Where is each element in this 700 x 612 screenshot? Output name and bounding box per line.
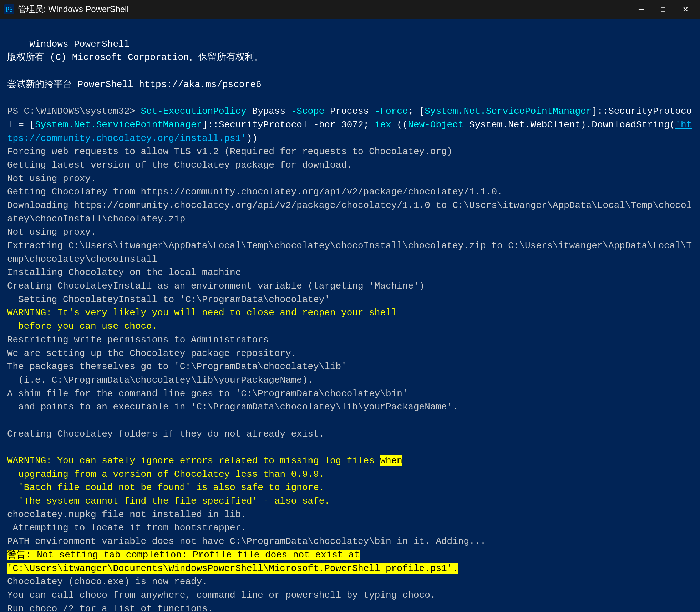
line-creating-folders: Creating Chocolatey folders if they do n… [7, 429, 324, 439]
line-warning4: upgrading from a version of Chocolatey l… [7, 469, 324, 480]
line-1: Windows PowerShell [29, 39, 130, 50]
line-run: Run choco /? for a list of functions. [7, 603, 213, 612]
maximize-button[interactable]: □ [653, 3, 674, 16]
line-prompt1: PS C:\WINDOWS\system32> [7, 106, 141, 117]
cmd-args2: Process [324, 106, 374, 117]
close-button[interactable]: ✕ [675, 3, 696, 16]
cmd-args3: ; [ [408, 106, 425, 117]
cmd-force: -Force [375, 106, 408, 117]
line-installing: Installing Chocolatey on the local machi… [7, 267, 241, 278]
cmd-set: Set-ExecutionPolicy [141, 106, 246, 117]
cmd-args5: ]::SecurityProtocol -bor 3072; [202, 119, 375, 130]
line-getting1: Getting latest version of the Chocolatey… [7, 160, 352, 170]
line-2: 版权所有 (C) Microsoft Corporation。保留所有权利。 [7, 52, 263, 63]
line-warning6: 'The system cannot find the file specifi… [7, 496, 330, 506]
svg-text:PS: PS [6, 6, 13, 13]
line-nupkg: chocolatey.nupkg file not installed in l… [7, 509, 247, 520]
cmd-spm2: System.Net.ServicePointManager [35, 119, 202, 130]
terminal-output[interactable]: Windows PowerShell 版权所有 (C) Microsoft Co… [0, 19, 700, 612]
line-warning5: 'Batch file could not be found' is also … [7, 482, 324, 493]
titlebar: PS 管理员: Windows PowerShell ─ □ ✕ [0, 0, 700, 19]
line-setting: Setting ChocolateyInstall to 'C:\Program… [7, 294, 330, 305]
cmd-iex: iex [375, 119, 391, 130]
cmd-args1: Bypass [247, 106, 291, 117]
powershell-icon: PS [4, 4, 14, 14]
line-packages: The packages themselves go to 'C:\Progra… [7, 361, 347, 372]
line-attempting: Attempting to locate it from bootstrappe… [7, 522, 247, 533]
line-ready: Chocolatey (choco.exe) is now ready. [7, 576, 208, 587]
line-warning-cn: 警告: Not setting tab completion: Profile … [7, 550, 458, 574]
line-proxy2: Not using proxy. [7, 227, 96, 238]
minimize-button[interactable]: ─ [631, 3, 651, 16]
line-warning2: before you can use choco. [7, 321, 157, 332]
cmd-newobj: New-Object [408, 119, 463, 130]
cmd-args8: )) [247, 133, 258, 144]
cmd-args6: (( [391, 119, 408, 130]
line-call: You can call choco from anywhere, comman… [7, 590, 436, 601]
line-extracting: Extracting C:\Users\itwanger\AppData\Loc… [7, 240, 692, 265]
line-creating-env: Creating ChocolateyInstall as an environ… [7, 281, 425, 291]
line-ie: (i.e. C:\ProgramData\chocolatey\lib\your… [7, 375, 313, 386]
powershell-window: PS 管理员: Windows PowerShell ─ □ ✕ Windows… [0, 0, 700, 612]
cmd-spm1: System.Net.ServicePointManager [425, 106, 592, 117]
line-getting2: Getting Chocolatey from https://communit… [7, 187, 503, 197]
cmd-args7: System.Net.WebClient).DownloadString( [463, 119, 675, 130]
line-setting-up: We are setting up the Chocolatey package… [7, 348, 296, 359]
line-3: 尝试新的跨平台 PowerShell https://aka.ms/pscore… [7, 79, 262, 90]
window-controls: ─ □ ✕ [631, 3, 696, 16]
line-warning3: WARNING: You can safely ignore errors re… [7, 455, 402, 466]
line-tls: Forcing web requests to allow TLS v1.2 (… [7, 146, 452, 157]
line-path: PATH environment variable does not have … [7, 536, 486, 547]
line-restricting: Restricting write permissions to Adminis… [7, 335, 269, 345]
line-points: and points to an executable in 'C:\Progr… [7, 402, 458, 412]
cmd-scope: -Scope [291, 106, 325, 117]
line-downloading: Downloading https://community.chocolatey… [7, 200, 692, 224]
line-shim: A shim file for the command line goes to… [7, 388, 408, 399]
line-warning1: WARNING: It's very likely you will need … [7, 307, 397, 318]
line-proxy1: Not using proxy. [7, 173, 96, 184]
window-title: 管理员: Windows PowerShell [18, 4, 631, 15]
